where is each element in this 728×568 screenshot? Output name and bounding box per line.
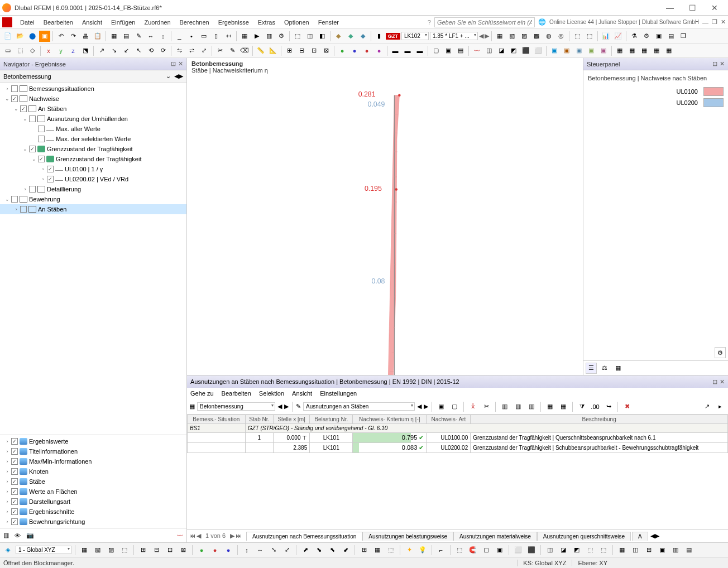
bt-a-icon[interactable]: ▦	[79, 545, 90, 556]
tree-item[interactable]: › Detaillierung	[0, 184, 186, 194]
table-group-row[interactable]: BS1GZT (STR/GEO) - Ständig und vorüberge…	[188, 424, 728, 433]
render-a-icon[interactable]: ◆	[333, 31, 344, 42]
grid-d-icon[interactable]: ⊠	[320, 45, 332, 56]
surface-icon[interactable]: ▭	[198, 31, 209, 42]
tool-e-icon[interactable]: ↕	[157, 31, 169, 42]
bt-r-icon[interactable]: ⬉	[327, 545, 338, 556]
next-lc-icon[interactable]: ▶	[485, 32, 489, 40]
view-a-icon[interactable]: ⬚	[292, 31, 303, 42]
box-c-icon[interactable]: ▤	[455, 45, 466, 56]
proj-a-icon[interactable]: ⬜	[513, 545, 524, 556]
solid-icon[interactable]: ▯	[210, 31, 222, 42]
axis-x-icon[interactable]: x	[43, 45, 54, 56]
display-option[interactable]: ›✓Ergebniswerte	[0, 436, 186, 446]
tree-checkbox[interactable]	[11, 196, 18, 203]
bt-g-icon[interactable]: ⊡	[164, 545, 175, 556]
column-header[interactable]: Belastung Nr.	[310, 415, 353, 424]
bt-f-icon[interactable]: ⊟	[151, 545, 162, 556]
tree-item[interactable]: ⌄ ✓ Grenzzustand der Tragfähigkeit	[0, 154, 186, 164]
table-tab[interactable]: Ausnutzungen querschnittsweise	[537, 532, 631, 541]
table-row[interactable]: 2.385 LK101 0.083 ✔ UL0200.02Grenzzustan…	[188, 443, 728, 453]
bt-e-icon[interactable]: ⊞	[137, 545, 149, 556]
app-menu-icon[interactable]	[2, 17, 12, 27]
tree-checkbox[interactable]: ✓	[47, 166, 54, 172]
grid-toggle-icon[interactable]: ⊞	[358, 545, 370, 556]
twisty-icon[interactable]: ›	[3, 499, 11, 504]
table-menu-item[interactable]: Gehe zu	[190, 390, 214, 397]
column-header[interactable]: Stelle x [m]	[274, 415, 310, 424]
table-type-combo[interactable]: Betonbemessung	[197, 402, 275, 411]
sel-a-icon[interactable]: ▭	[2, 45, 13, 56]
col-d-icon[interactable]: ▦	[544, 401, 555, 412]
combo-next-icon[interactable]: ▶	[284, 403, 289, 410]
ws-b-icon[interactable]: ◪	[558, 545, 569, 556]
node-icon[interactable]: •	[186, 31, 197, 42]
tree-checkbox[interactable]	[38, 136, 45, 142]
print-icon[interactable]: 🖶	[80, 31, 91, 42]
inner-close[interactable]: ✕	[721, 18, 726, 26]
menu-fenster[interactable]: Fenster	[314, 18, 343, 27]
lay-b-icon[interactable]: ▬	[402, 45, 413, 56]
checkbox[interactable]: ✓	[11, 508, 18, 515]
bt-m-icon[interactable]: ↔	[255, 545, 266, 556]
nav-prev-icon[interactable]: ◀	[174, 73, 179, 80]
ws-a-icon[interactable]: ◫	[544, 545, 555, 556]
tree-checkbox[interactable]: ✓	[29, 146, 36, 152]
cs-combo[interactable]: 1 - Global XYZ	[16, 546, 71, 554]
calc-icon[interactable]: ▶	[251, 31, 262, 42]
ws-d-icon[interactable]: ⬚	[585, 545, 596, 556]
misc-d-icon[interactable]: ▤	[665, 31, 677, 42]
plot-b-icon[interactable]: ◪	[496, 45, 507, 56]
plot-c-icon[interactable]: ◩	[508, 45, 519, 56]
curve-icon[interactable]: 〰	[177, 532, 183, 539]
help-icon[interactable]: ?	[428, 19, 431, 26]
render-c-icon[interactable]: ◆	[357, 31, 368, 42]
view-6-icon[interactable]: ▤	[683, 545, 695, 556]
tab-scroll-right-icon[interactable]: ▶	[655, 532, 659, 540]
tree-twisty-icon[interactable]: ⌄	[3, 196, 11, 202]
tool-b-icon[interactable]: ▤	[121, 31, 132, 42]
new-icon[interactable]: 📄	[2, 31, 13, 42]
display-option[interactable]: ›✓Knoten	[0, 466, 186, 476]
tree-twisty-icon[interactable]: ⌄	[12, 106, 20, 112]
addon-a-icon[interactable]: ▣	[549, 45, 560, 56]
tree-item[interactable]: ⌄ ✓ Grenzzustand der Tragfähigkeit	[0, 144, 186, 154]
twisty-icon[interactable]: ›	[3, 509, 11, 514]
col-c-icon[interactable]: ▥	[526, 401, 537, 412]
edit-c-icon[interactable]: ⌫	[239, 45, 250, 56]
table-tab[interactable]: Ausnutzungen materialweise	[453, 532, 537, 541]
bulb-icon[interactable]: 💡	[417, 545, 428, 556]
res-b-icon[interactable]: ▧	[506, 31, 518, 42]
lay-c-icon[interactable]: ▬	[414, 45, 425, 56]
table-b-icon[interactable]: ▦	[626, 45, 638, 56]
view-c-icon[interactable]: ◧	[317, 31, 328, 42]
funnel-icon[interactable]: ⧩	[576, 401, 587, 412]
menu-ansicht[interactable]: Ansicht	[78, 18, 107, 27]
grid-b-icon[interactable]: ⊟	[296, 45, 307, 56]
action-a-icon[interactable]: ▥	[3, 532, 9, 539]
result-icon[interactable]: ▥	[264, 31, 275, 42]
bt-h-icon[interactable]: ⊠	[178, 545, 189, 556]
minimize-button[interactable]: —	[659, 0, 681, 16]
iso-icon[interactable]: ⬔	[80, 45, 91, 56]
undo-icon[interactable]: ↶	[55, 31, 66, 42]
tree-item[interactable]: Max. der selektierten Werte	[0, 134, 186, 144]
bt-q-icon[interactable]: ⬊	[313, 545, 324, 556]
tree-item[interactable]: › Bemessungssituationen	[0, 84, 186, 94]
col-a-icon[interactable]: ▥	[499, 401, 510, 412]
obj-b-icon[interactable]: ●	[349, 45, 360, 56]
dim-icon[interactable]: ↤	[223, 31, 234, 42]
addon-b-icon[interactable]: ▣	[561, 45, 572, 56]
factor-icon[interactable]: ▦	[612, 363, 624, 374]
edit-a-icon[interactable]: ✂	[214, 45, 226, 56]
sel-b-icon[interactable]: ⬚	[15, 45, 26, 56]
view-4-icon[interactable]: ▣	[657, 545, 668, 556]
plot-e-icon[interactable]: ⬜	[533, 45, 544, 56]
table-a-icon[interactable]: ▦	[614, 45, 625, 56]
chart-b-icon[interactable]: 📈	[612, 31, 624, 42]
prev-lc-icon[interactable]: ◀	[479, 32, 483, 40]
twisty-icon[interactable]: ›	[3, 489, 11, 494]
tree-twisty-icon[interactable]: ›	[39, 176, 47, 182]
res-a-icon[interactable]: ▦	[494, 31, 505, 42]
col-e-icon[interactable]: ▦	[558, 401, 569, 412]
